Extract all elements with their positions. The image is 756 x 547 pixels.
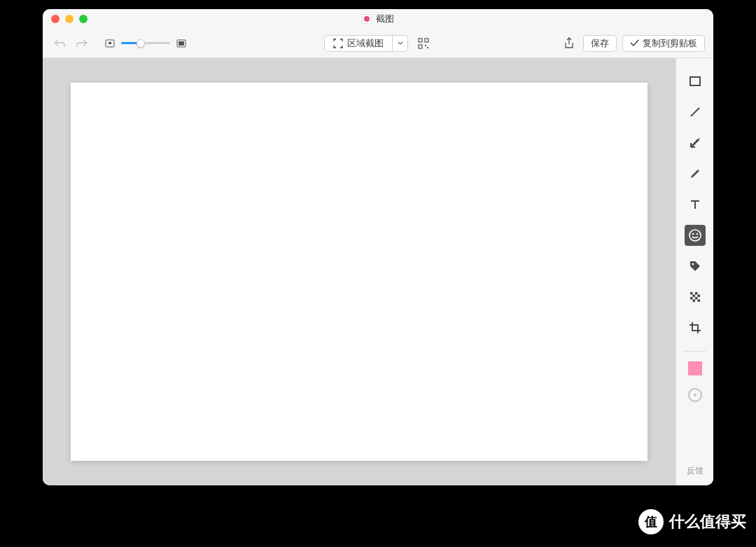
arrow-tool[interactable] xyxy=(685,132,706,153)
zoom-in-icon[interactable] xyxy=(173,35,190,52)
zoom-slider-group xyxy=(102,35,190,52)
tool-divider xyxy=(684,351,706,352)
svg-rect-18 xyxy=(692,295,695,298)
pencil-tool[interactable] xyxy=(685,163,706,184)
zoom-slider-thumb[interactable] xyxy=(136,39,145,48)
titlebar: 截图 xyxy=(43,9,713,29)
copy-to-clipboard-button[interactable]: 复制到剪贴板 xyxy=(622,35,705,52)
sticker-tool[interactable] xyxy=(685,225,706,246)
capture-mode-dropdown[interactable] xyxy=(392,36,407,51)
minimize-window-button[interactable] xyxy=(65,15,74,23)
traffic-lights xyxy=(43,15,88,23)
share-button[interactable] xyxy=(561,35,578,52)
redo-button[interactable] xyxy=(74,35,90,52)
maximize-window-button[interactable] xyxy=(79,15,88,23)
undo-button[interactable] xyxy=(51,35,68,52)
svg-rect-17 xyxy=(695,292,698,295)
arrow-icon xyxy=(689,137,701,149)
capture-mode-selector[interactable]: 区域截图 xyxy=(324,35,408,52)
text-icon xyxy=(689,198,701,211)
rectangle-tool[interactable] xyxy=(685,71,706,92)
svg-rect-7 xyxy=(425,45,426,46)
text-tool[interactable] xyxy=(685,194,706,215)
canvas-area xyxy=(43,58,676,485)
svg-rect-4 xyxy=(419,39,422,42)
save-label: 保存 xyxy=(591,37,609,50)
watermark-badge: 值 xyxy=(638,509,664,534)
line-icon xyxy=(689,106,701,118)
zoom-slider[interactable] xyxy=(121,42,170,44)
crop-icon xyxy=(689,321,701,334)
svg-point-14 xyxy=(696,233,698,235)
toolbar-center: 区域截图 xyxy=(324,35,432,52)
svg-rect-9 xyxy=(690,77,700,85)
zoom-out-icon[interactable] xyxy=(102,35,118,52)
toolbar-left xyxy=(51,35,190,52)
svg-rect-6 xyxy=(419,45,422,48)
mosaic-icon xyxy=(689,291,701,303)
main-area: 反馈 xyxy=(43,58,713,485)
svg-rect-20 xyxy=(690,297,693,300)
mosaic-tool[interactable] xyxy=(685,286,706,307)
target-dot-icon xyxy=(694,394,696,396)
svg-rect-8 xyxy=(427,47,428,48)
chevron-down-icon xyxy=(398,41,403,45)
qrcode-button[interactable] xyxy=(415,35,432,52)
svg-rect-19 xyxy=(697,295,700,298)
check-icon xyxy=(630,39,639,47)
svg-rect-16 xyxy=(690,292,693,295)
region-capture-icon xyxy=(333,39,343,48)
canvas[interactable] xyxy=(71,83,648,461)
crop-tool[interactable] xyxy=(685,317,706,338)
toolbar-right: 保存 复制到剪贴板 xyxy=(561,35,705,52)
watermark-text: 什么值得买 xyxy=(669,511,746,532)
feedback-link[interactable]: 反馈 xyxy=(687,465,704,485)
smiley-icon xyxy=(688,228,702,242)
svg-rect-21 xyxy=(695,297,698,300)
target-tool[interactable] xyxy=(688,388,702,402)
tag-icon xyxy=(689,260,701,272)
window-title: 截图 xyxy=(376,13,394,25)
svg-rect-23 xyxy=(697,300,700,303)
rectangle-icon xyxy=(689,75,701,88)
svg-rect-5 xyxy=(425,39,428,42)
capture-mode-label: 区域截图 xyxy=(347,37,384,50)
copy-label: 复制到剪贴板 xyxy=(643,37,697,50)
app-window: 截图 xyxy=(43,9,713,485)
line-tool[interactable] xyxy=(685,102,706,123)
pencil-icon xyxy=(689,167,701,180)
tag-tool[interactable] xyxy=(685,256,706,277)
toolbar: 区域截图 保存 复制到剪贴板 xyxy=(43,29,713,58)
svg-line-10 xyxy=(691,108,699,116)
svg-point-15 xyxy=(692,263,694,265)
save-button[interactable]: 保存 xyxy=(583,35,617,52)
app-icon xyxy=(362,14,372,24)
capture-mode-main[interactable]: 区域截图 xyxy=(325,36,392,51)
svg-rect-22 xyxy=(692,300,695,303)
window-title-group: 截图 xyxy=(362,13,394,25)
watermark: 值 什么值得买 xyxy=(638,509,746,534)
close-window-button[interactable] xyxy=(51,15,59,23)
svg-rect-1 xyxy=(108,42,111,44)
svg-point-12 xyxy=(690,230,701,241)
svg-point-13 xyxy=(692,233,694,235)
color-picker[interactable] xyxy=(688,361,702,375)
svg-rect-3 xyxy=(178,41,184,46)
tool-sidebar: 反馈 xyxy=(676,58,713,485)
